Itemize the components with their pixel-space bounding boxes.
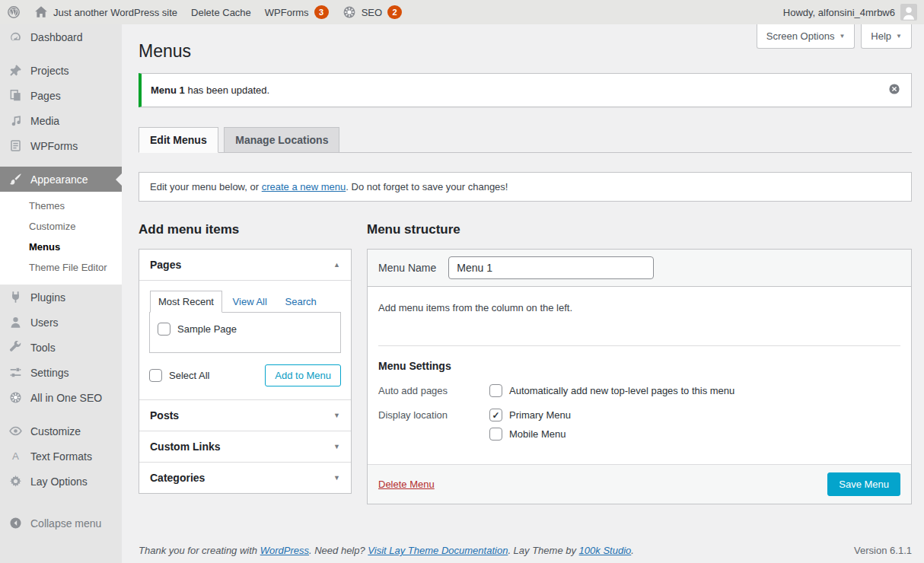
sidebar-separator — [0, 410, 122, 418]
submenu-item-menus[interactable]: Menus — [0, 237, 122, 257]
sidebar-item-text-formats[interactable]: A Text Formats — [0, 444, 122, 469]
howdy-label: Howdy, alfonsini_4mrbw6 — [783, 7, 895, 18]
page-items-panel: Sample Page — [149, 312, 341, 353]
submenu-item-theme-file-editor[interactable]: Theme File Editor — [0, 257, 122, 278]
primary-menu-checkbox[interactable]: ✓ — [489, 409, 502, 421]
sidebar-item-lay-options[interactable]: Lay Options — [0, 469, 122, 494]
sidebar-item-label: All in One SEO — [30, 392, 102, 404]
mobile-menu-label[interactable]: Mobile Menu — [509, 428, 566, 440]
tab-edit-menus[interactable]: Edit Menus — [139, 127, 218, 153]
sidebar-item-pages[interactable]: Pages — [0, 83, 122, 108]
sidebar-item-appearance[interactable]: Appearance — [0, 167, 122, 192]
menu-structure-heading: Menu structure — [367, 222, 912, 237]
collapse-menu-button[interactable]: Collapse menu — [0, 511, 122, 536]
save-menu-button[interactable]: Save Menu — [827, 472, 900, 496]
sidebar-item-label: Media — [30, 115, 59, 127]
auto-add-checkbox[interactable] — [489, 384, 502, 397]
appearance-submenu: Themes Customize Menus Theme File Editor — [0, 192, 122, 285]
mobile-menu-checkbox[interactable] — [489, 428, 502, 441]
sidebar-item-plugins[interactable]: Plugins — [0, 285, 122, 310]
sidebar-item-wpforms[interactable]: WPForms — [0, 133, 122, 158]
screen-options-label: Screen Options — [766, 30, 835, 42]
tab-most-recent[interactable]: Most Recent — [150, 291, 222, 313]
add-menu-items-heading: Add menu items — [139, 222, 352, 237]
sidebar-item-projects[interactable]: Projects — [0, 58, 122, 83]
seo-menu[interactable]: SEO 2 — [336, 0, 409, 24]
display-location-label: Display location — [378, 409, 489, 421]
sample-page-label[interactable]: Sample Page — [177, 323, 237, 335]
select-all-label[interactable]: Select All — [169, 370, 209, 381]
wpforms-menu[interactable]: WPForms 3 — [258, 0, 336, 24]
collapse-menu-label: Collapse menu — [30, 517, 101, 530]
footer-text: . Need help? — [309, 545, 368, 556]
page-item-row: Sample Page — [158, 323, 333, 336]
sidebar-item-label: Text Formats — [30, 450, 92, 463]
menu-name-label: Menu Name — [378, 262, 436, 274]
seo-badge: 2 — [387, 5, 402, 19]
menu-name-input[interactable] — [448, 256, 654, 279]
posts-section-header[interactable]: Posts ▼ — [139, 400, 351, 431]
100k-studio-link[interactable]: 100k Studio — [579, 545, 632, 556]
primary-menu-label[interactable]: Primary Menu — [509, 409, 571, 421]
admin-bar: Just another WordPress site Delete Cache… — [0, 0, 924, 24]
auto-add-checkbox-label[interactable]: Automatically add new top-level pages to… — [509, 385, 734, 396]
sidebar-item-label: WPForms — [30, 140, 78, 152]
dismiss-notice-button[interactable] — [887, 81, 902, 99]
wordpress-link[interactable]: WordPress — [260, 545, 309, 556]
mobile-menu-option: Mobile Menu — [489, 428, 571, 441]
chevron-down-icon: ▼ — [896, 33, 902, 40]
submenu-item-customize[interactable]: Customize — [0, 216, 122, 237]
menu-structure-column: Menu structure Menu Name Add menu items … — [367, 222, 912, 504]
menu-structure-panel: Menu Name Add menu items from the column… — [367, 249, 912, 504]
brush-icon — [8, 173, 23, 186]
custom-links-section-header[interactable]: Custom Links ▼ — [139, 431, 351, 462]
site-name-menu[interactable]: Just another WordPress site — [27, 0, 184, 24]
sliders-icon — [8, 366, 23, 379]
edit-menu-info: Edit your menu below, or create a new me… — [139, 172, 912, 202]
svg-text:A: A — [12, 450, 19, 462]
collapse-icon — [8, 517, 23, 530]
sidebar-item-media[interactable]: Media — [0, 108, 122, 133]
delete-menu-link[interactable]: Delete Menu — [378, 479, 435, 490]
my-account-menu[interactable]: Howdy, alfonsini_4mrbw6 — [776, 0, 924, 24]
select-all-checkbox[interactable] — [149, 369, 162, 382]
sample-page-checkbox[interactable] — [158, 323, 170, 336]
user-icon — [8, 316, 23, 329]
create-new-menu-link[interactable]: create a new menu — [262, 181, 346, 192]
sidebar-item-settings[interactable]: Settings — [0, 360, 122, 385]
chevron-down-icon: ▼ — [839, 33, 845, 40]
pages-section-header[interactable]: Pages ▲ — [139, 250, 351, 280]
submenu-item-themes[interactable]: Themes — [0, 196, 122, 216]
categories-section-header[interactable]: Categories ▼ — [139, 463, 351, 493]
sidebar-item-label: Tools — [30, 342, 56, 354]
sidebar-item-all-in-one-seo[interactable]: All in One SEO — [0, 385, 122, 410]
sidebar-item-tools[interactable]: Tools — [0, 335, 122, 360]
posts-section-title: Posts — [150, 409, 179, 421]
tab-manage-locations[interactable]: Manage Locations — [224, 127, 339, 153]
sidebar-item-label: Dashboard — [30, 31, 83, 43]
lay-theme-docs-link[interactable]: Visit Lay Theme Documentation — [368, 545, 508, 556]
help-button[interactable]: Help ▼ — [861, 24, 912, 49]
sidebar-item-users[interactable]: Users — [0, 310, 122, 335]
aioseo-icon — [8, 391, 23, 404]
menu-settings: Menu Settings Auto add pages Automatical… — [378, 346, 900, 456]
eye-icon — [8, 425, 23, 437]
tab-view-all[interactable]: View All — [225, 291, 275, 312]
wp-logo-menu[interactable] — [0, 0, 27, 24]
accordion-section-pages: Pages ▲ Most Recent View All Search S — [139, 250, 351, 399]
accordion-section-custom-links: Custom Links ▼ — [139, 431, 351, 462]
tab-search[interactable]: Search — [278, 291, 324, 312]
add-menu-items-accordion: Pages ▲ Most Recent View All Search S — [139, 249, 352, 494]
wpforms-label: WPForms — [265, 7, 309, 18]
add-menu-items-column: Add menu items Pages ▲ Most Recent View … — [139, 222, 352, 494]
sidebar-item-customize[interactable]: Customize — [0, 418, 122, 444]
add-to-menu-button[interactable]: Add to Menu — [265, 364, 341, 386]
nav-tabs: Edit Menus Manage Locations — [139, 127, 912, 153]
sidebar-item-label: Plugins — [30, 291, 65, 304]
screen-options-button[interactable]: Screen Options ▼ — [757, 24, 855, 49]
custom-links-section-title: Custom Links — [150, 441, 221, 453]
sidebar-item-dashboard[interactable]: Dashboard — [0, 24, 122, 49]
seo-label: SEO — [362, 7, 382, 18]
accordion-section-categories: Categories ▼ — [139, 462, 351, 493]
delete-cache-menu[interactable]: Delete Cache — [184, 0, 258, 24]
